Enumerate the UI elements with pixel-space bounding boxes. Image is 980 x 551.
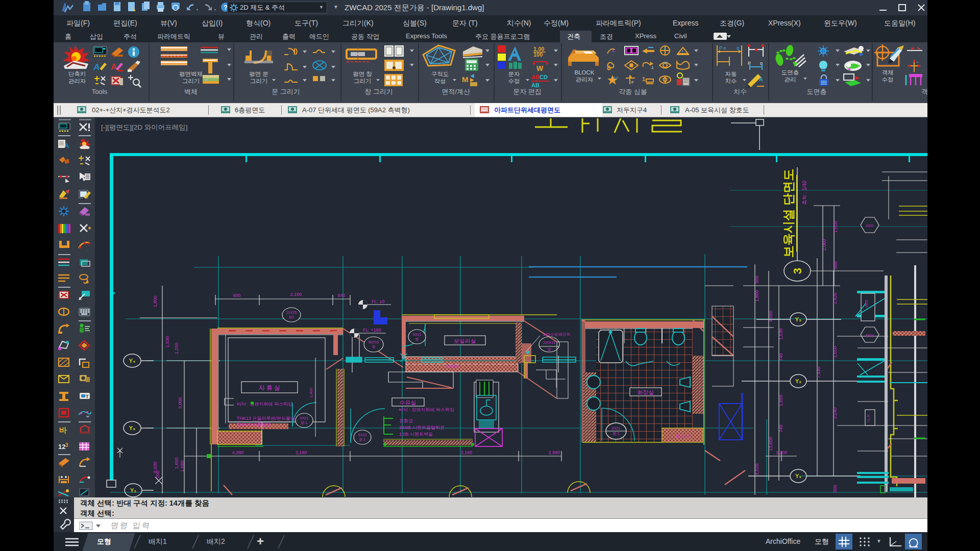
svg-text:평면 문: 평면 문: [249, 71, 268, 77]
svg-text:도면층: 도면층: [781, 69, 799, 76]
svg-text:수정: 수정: [882, 77, 894, 83]
svg-text:1,530: 1,530: [778, 329, 783, 340]
svg-text:THK40 방통몰탈: THK40 방통몰탈: [237, 422, 271, 427]
svg-text:관리자: 관리자: [576, 77, 594, 83]
svg-text:+: +: [916, 60, 919, 65]
svg-text:문자: 문자: [508, 71, 520, 77]
svg-text:3X6t5 시멘트몰탈위료: 3X6t5 시멘트몰탈위료: [399, 425, 445, 430]
svg-text:21X25: 21X25: [286, 311, 297, 314]
svg-text:FL: +180: FL: +180: [363, 328, 381, 333]
svg-text:문: 문: [415, 337, 419, 341]
svg-text:그리기: 그리기: [250, 78, 268, 84]
svg-text:2,060: 2,060: [822, 239, 827, 251]
svg-text:2,100: 2,100: [290, 292, 302, 297]
svg-text:4,380: 4,380: [232, 450, 244, 455]
svg-text:12: 12: [614, 76, 618, 80]
svg-text:220X15: 220X15: [543, 341, 555, 344]
svg-text:벽체: 벽체: [184, 88, 198, 95]
svg-text:보육시설 단면도: 보육시설 단면도: [781, 169, 795, 258]
svg-text:보일러실: 보일러실: [454, 338, 476, 344]
svg-text:3,000: 3,000: [178, 397, 183, 409]
svg-text:100: 100: [533, 52, 543, 58]
svg-text:⌀: ⌀: [723, 45, 726, 51]
svg-text:1,510: 1,510: [833, 221, 838, 233]
svg-text:A: A: [93, 62, 100, 72]
svg-text:3: 3: [791, 268, 804, 274]
svg-text:.1: .1: [650, 65, 654, 70]
svg-text:구적도: 구적도: [431, 71, 449, 77]
svg-text:9X21: 9X21: [612, 427, 620, 430]
svg-text:1: 1: [642, 76, 645, 82]
svg-text:F: F: [612, 48, 616, 54]
svg-text:1,250: 1,250: [174, 343, 179, 355]
svg-text:2020: 2020: [866, 224, 874, 228]
svg-text:CR: CR: [664, 61, 668, 64]
svg-text:7,440: 7,440: [816, 367, 821, 379]
svg-text:Y₄: Y₄: [129, 358, 136, 364]
svg-text:단축키: 단축키: [68, 71, 86, 77]
svg-text:1,200: 1,200: [776, 450, 788, 455]
svg-text:화장실: 화장실: [638, 389, 654, 395]
svg-text:관리: 관리: [785, 77, 796, 83]
svg-text:2,420: 2,420: [832, 293, 838, 305]
svg-text:팬: 팬: [548, 347, 551, 351]
svg-text:W/D: W/D: [864, 299, 869, 308]
svg-text:3,540: 3,540: [832, 408, 838, 419]
svg-text:창: 창: [372, 345, 376, 348]
svg-text:1,800: 1,800: [153, 296, 158, 308]
svg-text:840: 840: [337, 293, 345, 298]
svg-text:A: A: [759, 76, 763, 82]
svg-text:13,600: 13,600: [768, 437, 773, 451]
svg-text:1,650: 1,650: [832, 346, 838, 358]
svg-text:창 그리기: 창 그리기: [364, 88, 393, 95]
svg-text:12: 12: [58, 443, 65, 450]
svg-text:A: A: [64, 142, 69, 149]
svg-text:문-1: 문-1: [301, 421, 307, 424]
svg-text:1,800: 1,800: [754, 290, 760, 302]
svg-text:작성: 작성: [434, 78, 446, 84]
svg-text:1,650: 1,650: [174, 458, 179, 469]
svg-text:자동: 자동: [725, 71, 737, 77]
svg-text:20x45: 20x45: [446, 364, 459, 369]
svg-text:4: 4: [681, 49, 683, 53]
svg-text:1: 1: [664, 46, 666, 50]
svg-text:치수: 치수: [733, 88, 747, 95]
svg-text:200: 200: [155, 470, 160, 478]
svg-text:수유실: 수유실: [400, 399, 416, 406]
svg-text:Y₁: Y₁: [795, 473, 801, 479]
svg-text:평면벽체: 평면벽체: [179, 71, 203, 77]
svg-text:바닥 : 장판지위에 왁스먹임: 바닥 : 장판지위에 왁스먹임: [237, 402, 292, 407]
svg-text:300: 300: [832, 485, 838, 492]
svg-text:문-1: 문-1: [612, 432, 619, 435]
svg-text:9X21: 9X21: [300, 416, 308, 420]
svg-text:DWG: DWG: [481, 110, 488, 113]
svg-text:친환경: 친환경: [399, 418, 413, 423]
svg-text:Y₂: Y₂: [130, 487, 136, 493]
svg-text:1.0B 시멘트벽돌: 1.0B 시멘트벽돌: [399, 432, 433, 437]
svg-text:Tools: Tools: [92, 88, 108, 95]
svg-text:문 그리기: 문 그리기: [272, 88, 300, 95]
svg-text:9X20: 9X20: [358, 433, 366, 437]
svg-text:4,050: 4,050: [768, 311, 773, 322]
svg-text:창2: 창2: [289, 315, 295, 319]
svg-text:F: F: [631, 80, 634, 85]
svg-text:71.9/: 71.9/: [867, 414, 870, 422]
svg-text:1,650: 1,650: [778, 395, 783, 407]
svg-text:그리기: 그리기: [182, 78, 200, 84]
svg-text:560: 560: [833, 261, 838, 269]
svg-text:바: 바: [59, 425, 67, 434]
svg-text:3,180: 3,180: [461, 450, 473, 455]
svg-text:치수: 치수: [725, 78, 737, 84]
svg-text:자 휴 실: 자 휴 실: [259, 384, 281, 391]
svg-text:ø75수성페인트: ø75수성페인트: [543, 332, 571, 337]
svg-text:2,880: 2,880: [549, 450, 560, 455]
svg-text:Y₂: Y₂: [795, 378, 801, 384]
svg-text:M: M: [462, 75, 469, 84]
svg-text:[-][평면도][2D 와이어프레임]: [-][평면도][2D 와이어프레임]: [101, 123, 188, 131]
svg-text:각종 심볼: 각종 심볼: [619, 88, 647, 95]
svg-text:9X04: 9X04: [866, 334, 874, 337]
svg-text:W: W: [536, 64, 544, 72]
svg-text:발코니: 발코니: [676, 433, 690, 438]
svg-text:문-1: 문-1: [359, 438, 365, 441]
svg-text:P: P: [719, 45, 722, 51]
